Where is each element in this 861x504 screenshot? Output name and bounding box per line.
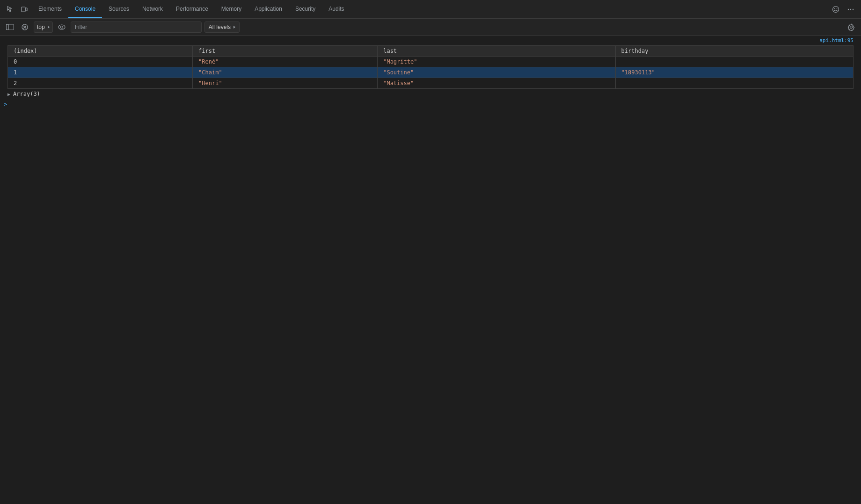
expand-arrow-icon: ▶ [7,92,10,97]
svg-point-6 [850,8,851,9]
console-toolbar: top All levels [0,19,861,36]
context-selector-label: top [37,24,45,30]
cell-birthday-1: "18930113" [615,67,853,78]
sidebar-toggle-icon[interactable] [4,21,16,33]
array-footer[interactable]: ▶ Array(3) [0,89,861,99]
filter-input-wrap[interactable] [71,22,202,33]
more-options-icon[interactable] [844,3,857,16]
svg-point-2 [833,6,839,12]
levels-dropdown[interactable]: All levels [204,22,240,33]
clear-console-icon[interactable] [19,21,31,33]
svg-point-15 [850,26,853,28]
svg-point-4 [837,8,838,9]
col-header-index: (index) [8,46,193,57]
table-header-row: (index) first last birthday [8,46,854,57]
cell-first-2: "Henri" [193,78,378,89]
cell-index-2: 2 [8,78,193,89]
nav-tabs: Elements Console Sources Network Perform… [32,0,828,18]
device-toolbar-icon[interactable] [18,3,31,16]
devtools-nav-bar: Elements Console Sources Network Perform… [0,0,861,19]
console-output: api.html:95 (index) first last birthday … [0,36,861,504]
eye-icon[interactable] [56,21,68,33]
array-label: Array(3) [13,91,40,97]
cell-last-1: "Soutine" [378,67,615,78]
cell-birthday-0 [615,57,853,67]
col-header-birthday: birthday [615,46,853,57]
levels-chevron [233,26,235,29]
svg-rect-0 [22,7,25,12]
context-selector-chevron [48,26,50,29]
cell-last-2: "Matisse" [378,78,615,89]
tab-security[interactable]: Security [289,0,322,18]
cell-first-1: "Chaim" [193,67,378,78]
col-header-first: first [193,46,378,57]
inspect-element-icon[interactable] [4,3,17,16]
svg-point-14 [60,26,63,28]
cell-index-1: 1 [8,67,193,78]
cell-last-0: "Magritte" [378,57,615,67]
levels-label: All levels [209,24,231,30]
tab-memory[interactable]: Memory [215,0,248,18]
filter-input[interactable] [75,24,197,30]
svg-point-3 [834,8,835,9]
tab-console[interactable]: Console [68,0,102,18]
console-table: (index) first last birthday 0 "René" "Ma… [7,45,854,89]
svg-rect-9 [6,24,14,30]
cell-birthday-2 [615,78,853,89]
tab-performance[interactable]: Performance [169,0,215,18]
nav-right-icons [829,3,857,16]
table-row[interactable]: 0 "René" "Magritte" [8,57,854,67]
svg-rect-8 [6,24,8,30]
tab-audits[interactable]: Audits [322,0,350,18]
col-header-last: last [378,46,615,57]
table-row[interactable]: 1 "Chaim" "Soutine" "18930113" [8,67,854,78]
table-row[interactable]: 2 "Henri" "Matisse" [8,78,854,89]
emoji-icon[interactable] [829,3,842,16]
cell-index-0: 0 [8,57,193,67]
source-link[interactable]: api.html:95 [0,36,861,45]
svg-point-5 [848,8,849,9]
console-prompt[interactable]: > [0,99,861,109]
cell-first-0: "René" [193,57,378,67]
tab-network[interactable]: Network [136,0,169,18]
settings-icon[interactable] [845,21,857,33]
prompt-caret-icon: > [4,101,7,108]
tab-elements[interactable]: Elements [32,0,68,18]
svg-point-13 [58,25,65,29]
svg-rect-1 [26,8,27,11]
tab-sources[interactable]: Sources [102,0,136,18]
svg-point-7 [853,8,854,9]
tab-application[interactable]: Application [248,0,289,18]
context-selector[interactable]: top [34,22,53,33]
